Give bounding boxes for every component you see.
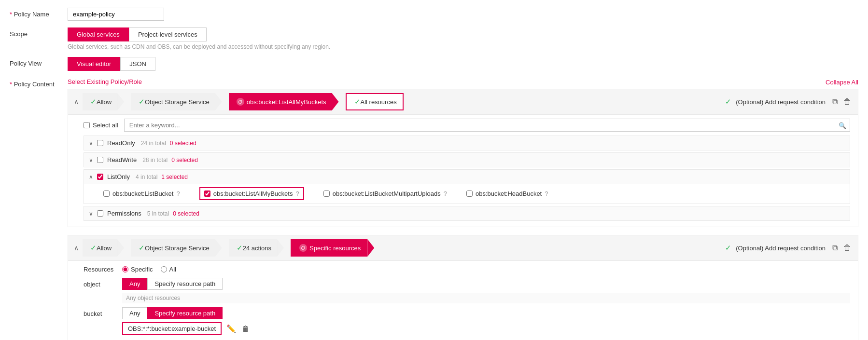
readonly-group-header[interactable]: ∨ ReadOnly 24 in total 0 selected	[84, 136, 850, 150]
statement-1-chevron[interactable]: ∧	[74, 98, 79, 106]
policy-name-content	[68, 8, 858, 21]
search-input-1[interactable]	[124, 119, 850, 132]
readwrite-group: ∨ ReadWrite 28 in total 0 selected	[84, 152, 850, 167]
headbucket-checkbox[interactable]	[466, 190, 473, 197]
copy-statement-2-button[interactable]: ⧉	[831, 243, 839, 253]
headbucket-label: obs:bucket:HeadBucket	[476, 190, 542, 197]
delete-statement-2-button[interactable]: 🗑	[842, 243, 852, 253]
step-service-2-arrow	[215, 239, 222, 257]
scope-row: Scope Global services Project-level serv…	[10, 27, 858, 50]
specific-radio[interactable]	[122, 266, 128, 272]
step-allow-1-arrow	[117, 93, 124, 110]
policy-header-bar: Select Existing Policy/Role Collapse All	[68, 78, 858, 86]
listonly-checkbox[interactable]	[97, 174, 103, 180]
step-resource-2-body: ⏱ Specific resources	[291, 239, 367, 257]
global-services-button[interactable]: Global services	[68, 27, 129, 41]
object-resource-row: object Any Specify resource path Any obj…	[84, 278, 850, 303]
select-all-row: Select all	[84, 122, 118, 129]
step-service-2-indent	[124, 239, 131, 257]
permissions-count: 5 in total	[147, 210, 169, 217]
policy-name-label: Policy Name	[10, 8, 68, 18]
statement-1: ∧ ✓ Allow ✓ Object Sto	[68, 89, 858, 227]
listonly-group-header[interactable]: ∧ ListOnly 4 in total 1 selected	[84, 170, 850, 184]
delete-statement-1-button[interactable]: 🗑	[842, 96, 852, 107]
select-all-checkbox[interactable]	[84, 122, 90, 128]
permissions-selected: 0 selected	[173, 210, 199, 217]
step-service-1: ✓ Object Storage Service	[124, 93, 222, 110]
listbucket-checkbox[interactable]	[103, 190, 110, 197]
listbucket-help: ?	[176, 190, 180, 197]
json-button[interactable]: JSON	[120, 57, 155, 71]
listallmybuckets-checkbox[interactable]	[204, 190, 210, 197]
object-hint: Any object resources	[122, 293, 850, 303]
step-service-2-body: ✓ Object Storage Service	[131, 239, 215, 257]
statement-1-action-table: Select all 🔍 ∨ ReadOnly 24	[68, 115, 858, 227]
step-action-1-label: obs:bucket:ListAllMyBuckets	[247, 98, 326, 106]
bucket-value-row: OBS:*:*:bucket:example-bucket ✏️ 🗑	[122, 322, 850, 335]
resource-check-icon-1: ✓	[354, 97, 361, 106]
statement-2-chevron[interactable]: ∧	[74, 244, 79, 252]
policy-view-content: Visual editor JSON	[68, 57, 858, 71]
project-level-services-button[interactable]: Project-level services	[129, 27, 207, 41]
optional-label-1: (Optional) Add request condition	[736, 98, 826, 106]
select-existing-link[interactable]: Select Existing Policy/Role	[68, 78, 142, 85]
step-action-1-body: ⏱ obs:bucket:ListAllMyBuckets	[229, 93, 332, 110]
object-content: Any Specify resource path Any object res…	[122, 278, 850, 303]
step-resource-2: ⏱ Specific resources	[284, 239, 374, 257]
policy-view-row: Policy View Visual editor JSON	[10, 57, 858, 71]
policy-content-row: Policy Content Select Existing Policy/Ro…	[10, 78, 858, 340]
permissions-group-header[interactable]: ∨ Permissions 5 in total 0 selected	[84, 206, 850, 220]
service-check-icon-2: ✓	[139, 244, 145, 252]
step-action-1-arrow	[332, 93, 339, 110]
readonly-checkbox[interactable]	[97, 140, 103, 146]
all-radio[interactable]	[161, 266, 167, 272]
step-allow-2: ✓ Allow	[83, 239, 124, 257]
step-action-1-indent	[222, 93, 229, 110]
step-resource-1-label: All resources	[361, 98, 397, 106]
permissions-checkbox[interactable]	[97, 210, 103, 217]
readwrite-checkbox[interactable]	[97, 157, 103, 163]
page: Policy Name Scope Global services Projec…	[0, 0, 868, 340]
bucket-label: bucket	[84, 307, 122, 317]
policy-content-label: Policy Content	[10, 78, 68, 88]
headbucket-help: ?	[545, 190, 548, 197]
all-radio-label[interactable]: All	[161, 266, 176, 273]
object-btns: Any Specify resource path	[122, 278, 850, 290]
readonly-group: ∨ ReadOnly 24 in total 0 selected	[84, 136, 850, 150]
allow-check-icon-2: ✓	[90, 244, 97, 252]
collapse-all-link[interactable]: Collapse All	[826, 79, 858, 86]
step-allow-2-arrow	[117, 239, 124, 257]
step-action-1: ⏱ obs:bucket:ListAllMyBuckets	[222, 93, 339, 110]
listbucketmultipartuploads-checkbox[interactable]	[323, 190, 330, 197]
delete-bucket-button[interactable]: 🗑	[241, 324, 251, 334]
policy-content-area: Select Existing Policy/Role Collapse All…	[68, 78, 858, 340]
allow-check-icon-1: ✓	[90, 97, 97, 106]
specific-radio-label[interactable]: Specific	[122, 266, 153, 273]
select-all-label: Select all	[93, 122, 118, 129]
step-allow-1-body: ✓ Allow	[83, 93, 117, 110]
resources-radio-group: Specific All	[122, 266, 176, 273]
statement-1-actions: ⧉ 🗑	[831, 96, 852, 107]
object-any-button[interactable]: Any	[122, 278, 147, 290]
readonly-chevron: ∨	[89, 140, 93, 147]
policy-name-input[interactable]	[68, 8, 164, 21]
bucket-any-button[interactable]: Any	[122, 307, 147, 319]
visual-editor-button[interactable]: Visual editor	[68, 57, 120, 71]
step-service-2-label: Object Storage Service	[145, 245, 210, 252]
bucket-btns: Any Specify resource path	[122, 307, 850, 319]
policy-name-row: Policy Name	[10, 8, 858, 21]
step-resource-2-label: Specific resources	[309, 245, 361, 252]
step-allow-1-label: Allow	[97, 98, 112, 106]
edit-bucket-button[interactable]: ✏️	[225, 323, 237, 334]
step-action-2-indent	[222, 239, 229, 257]
copy-statement-1-button[interactable]: ⧉	[831, 96, 839, 107]
readonly-selected: 0 selected	[170, 140, 196, 147]
step-service-1-indent	[124, 93, 131, 110]
object-specify-button[interactable]: Specify resource path	[147, 278, 223, 290]
step-resource-1-body: ✓ All resources	[346, 93, 404, 110]
readwrite-group-header[interactable]: ∨ ReadWrite 28 in total 0 selected	[84, 153, 850, 167]
bucket-specify-button[interactable]: Specify resource path	[147, 307, 223, 319]
action-item-listallmybuckets: obs:bucket:ListAllMyBuckets ?	[199, 187, 304, 200]
step-resource-1: ✓ All resources	[339, 93, 404, 110]
readwrite-chevron: ∨	[89, 157, 93, 163]
